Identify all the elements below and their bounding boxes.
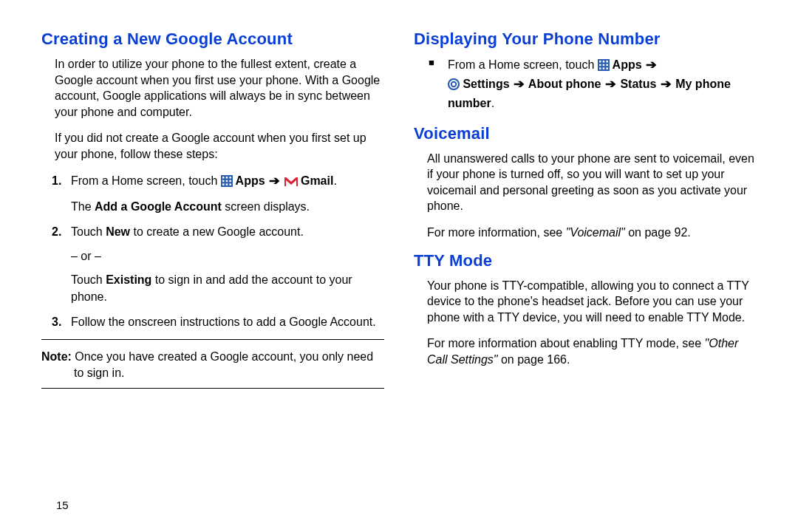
svg-rect-19 [606, 64, 608, 66]
apps-label: Apps [233, 174, 268, 187]
svg-rect-14 [599, 61, 601, 63]
steps-list: 1. From a Home screen, touch Apps ➔ Gmai… [41, 173, 384, 331]
heading-creating-google-account: Creating a New Google Account [41, 30, 384, 49]
svg-rect-4 [222, 180, 225, 182]
step-3: 3. Follow the onscreen instructions to a… [41, 314, 384, 330]
step-1-text: From a Home screen, touch [71, 174, 221, 187]
svg-rect-22 [606, 67, 608, 69]
svg-rect-7 [222, 183, 225, 185]
svg-rect-20 [599, 67, 601, 69]
svg-rect-5 [225, 180, 228, 182]
settings-icon [448, 78, 460, 95]
svg-rect-1 [222, 177, 225, 179]
svg-rect-3 [229, 177, 231, 179]
svg-rect-8 [225, 183, 228, 185]
page-number: 15 [56, 499, 69, 511]
svg-rect-18 [602, 64, 604, 66]
svg-rect-21 [602, 67, 604, 69]
step-2-or: – or – [71, 248, 384, 265]
arrow-icon: ➔ [659, 75, 673, 92]
manual-page: Creating a New Google Account In order t… [0, 0, 798, 532]
intro-paragraph-1: In order to utilize your phone to the fu… [41, 56, 384, 120]
divider-rule [41, 339, 384, 340]
svg-rect-15 [602, 61, 604, 63]
svg-rect-16 [606, 61, 608, 63]
svg-point-23 [449, 79, 459, 89]
voicemail-paragraph-2: For more information, see "Voicemail" on… [414, 225, 757, 241]
apps-label: Apps [610, 58, 645, 71]
step-3-text: Follow the onscreen instructions to add … [71, 316, 376, 328]
arrow-icon: ➔ [512, 75, 526, 92]
right-column: Displaying Your Phone Number From a Home… [414, 30, 757, 510]
step-number: 2. [52, 224, 61, 240]
svg-rect-2 [225, 177, 228, 179]
about-phone-label: About phone [525, 78, 604, 90]
step-2-existing: Touch Existing to sign in and add the ac… [71, 272, 384, 305]
svg-rect-17 [599, 64, 601, 66]
arrow-icon: ➔ [644, 56, 658, 73]
period: . [333, 174, 336, 187]
intro-paragraph-2: If you did not create a Google account w… [41, 130, 384, 162]
note-text: Once you have created a Google account, … [74, 350, 373, 379]
voicemail-paragraph-1: All unanswered calls to your phone are s… [414, 151, 757, 214]
step-number: 1. [52, 173, 61, 189]
step-1: 1. From a Home screen, touch Apps ➔ Gmai… [41, 173, 384, 216]
left-column: Creating a New Google Account In order t… [41, 30, 384, 510]
step-1-sub: The Add a Google Account screen displays… [71, 199, 384, 215]
status-label: Status [617, 78, 660, 90]
step-number: 3. [52, 314, 61, 330]
heading-voicemail: Voicemail [414, 124, 757, 143]
note-label: Note: [41, 350, 75, 363]
svg-point-24 [451, 82, 456, 86]
arrow-icon: ➔ [267, 173, 282, 189]
apps-icon [221, 175, 233, 191]
display-step: From a Home screen, touch Apps ➔ Setting… [429, 56, 757, 112]
settings-label: Settings [460, 78, 513, 90]
gmail-label: Gmail [298, 174, 334, 187]
note-block: Note: Once you have created a Google acc… [41, 349, 384, 381]
tty-paragraph-1: Your phone is TTY-compatible, allowing y… [414, 278, 757, 326]
heading-displaying-phone-number: Displaying Your Phone Number [414, 30, 757, 49]
heading-tty-mode: TTY Mode [414, 251, 757, 270]
tty-paragraph-2: For more information about enabling TTY … [414, 335, 757, 367]
svg-rect-11 [284, 177, 286, 186]
gmail-icon [284, 175, 298, 191]
display-steps: From a Home screen, touch Apps ➔ Setting… [414, 56, 757, 112]
arrow-icon: ➔ [604, 75, 618, 92]
svg-rect-6 [229, 180, 231, 182]
apps-icon [598, 58, 610, 75]
svg-rect-9 [229, 183, 231, 185]
step-2: 2. Touch New to create a new Google acco… [41, 224, 384, 305]
divider-rule [41, 388, 384, 389]
